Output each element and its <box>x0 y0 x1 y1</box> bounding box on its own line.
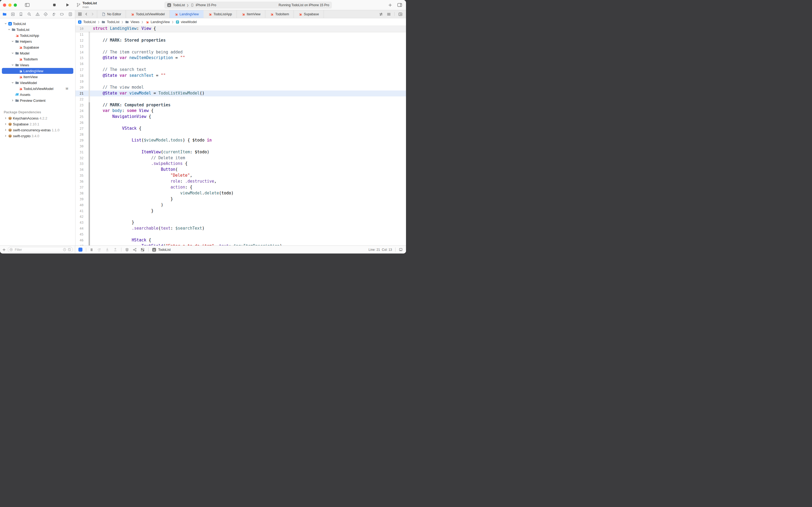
step-out-icon[interactable] <box>113 247 118 252</box>
breakpoint-navigator-icon[interactable] <box>60 12 64 16</box>
step-into-icon[interactable] <box>105 247 110 252</box>
editor-bottom-bar-icon[interactable] <box>399 247 403 251</box>
tab-todolistviewmodel[interactable]: TodoListViewModel <box>126 10 169 18</box>
line-number[interactable]: 25 <box>75 115 83 119</box>
code-line[interactable]: 26 <box>75 120 406 126</box>
forward-icon[interactable] <box>91 12 94 16</box>
code-line[interactable]: 29 List($viewModel.todos) { $todo in <box>75 137 406 144</box>
code-line[interactable]: 19 <box>75 79 406 84</box>
package-item-swift-crypto[interactable]: swift-crypto 3.4.0 <box>0 133 75 139</box>
line-number[interactable]: 29 <box>75 138 83 142</box>
sidebar-item-viewmodel[interactable]: ViewModel <box>0 80 75 86</box>
code-line[interactable]: 22 <box>75 97 406 102</box>
minimize-button[interactable] <box>8 3 11 7</box>
code-line[interactable]: 24 var body: some View { <box>75 108 406 114</box>
tab-itemview[interactable]: ItemView <box>237 10 265 18</box>
sidebar-item-helpers[interactable]: Helpers <box>0 39 75 44</box>
breadcrumb-item[interactable]: PviewModel <box>176 20 197 24</box>
code-line[interactable]: 43 } <box>75 220 406 226</box>
line-number[interactable]: 19 <box>75 80 83 83</box>
code-line[interactable]: 25 NavigationView { <box>75 114 406 120</box>
code-line[interactable]: 13 <box>75 44 406 49</box>
code-line[interactable]: 46 HStack { <box>75 237 406 243</box>
sidebar-item-todolist[interactable]: TodoList <box>0 26 75 33</box>
line-number[interactable]: 20 <box>75 86 83 90</box>
sidebar-item-model[interactable]: Model <box>0 50 75 56</box>
sidebar-item-itemview[interactable]: ItemView <box>0 74 75 80</box>
code-line[interactable]: 32 // Delete item <box>75 155 406 161</box>
line-number[interactable]: 40 <box>75 203 83 207</box>
find-navigator-icon[interactable] <box>27 12 32 16</box>
disclosure-right-icon[interactable] <box>4 129 7 131</box>
line-number[interactable]: 43 <box>75 221 83 225</box>
line-number[interactable]: 23 <box>75 103 83 107</box>
run-button[interactable] <box>65 3 70 7</box>
toggle-right-sidebar-icon[interactable] <box>397 2 402 7</box>
code-line[interactable]: 12 // MARK: Stored properties <box>75 38 406 44</box>
scheme-selector[interactable]: TodoList main <box>76 1 97 8</box>
code-line[interactable]: 40 ) <box>75 202 406 208</box>
code-line[interactable]: 44 .searchable(text: $searchText) <box>75 226 406 231</box>
test-navigator-icon[interactable] <box>44 12 48 16</box>
line-number[interactable]: 21 <box>75 92 83 95</box>
tab-landingview[interactable]: LandingView <box>170 10 204 18</box>
code-line[interactable]: 35 "Delete", <box>75 173 406 179</box>
sidebar-item-todolistapp[interactable]: TodoListApp <box>0 33 75 39</box>
sidebar-item-todolistviewmodel[interactable]: TodoListViewModelM <box>0 86 75 92</box>
disclosure-right-icon[interactable] <box>4 117 7 119</box>
line-number[interactable]: 39 <box>75 198 83 201</box>
add-tab-icon[interactable] <box>388 3 392 7</box>
disclosure-down-icon[interactable] <box>8 28 10 31</box>
adjust-editor-icon[interactable] <box>387 12 391 16</box>
sidebar-item-views[interactable]: Views <box>0 62 75 68</box>
package-item-supabase[interactable]: Supabase 2.10.1 <box>0 121 75 127</box>
line-number[interactable]: 27 <box>75 127 83 130</box>
tab-supabase[interactable]: Supabase <box>294 10 324 18</box>
line-number[interactable]: 18 <box>75 74 83 77</box>
line-number[interactable]: 16 <box>75 62 83 66</box>
zoom-button[interactable] <box>14 3 17 7</box>
line-number[interactable]: 22 <box>75 98 83 101</box>
line-number[interactable]: 41 <box>75 209 83 213</box>
code-line[interactable]: 11 <box>75 32 406 38</box>
back-icon[interactable] <box>84 12 88 16</box>
close-button[interactable] <box>3 3 6 7</box>
line-number[interactable]: 33 <box>75 162 83 166</box>
code-line[interactable]: 10struct LandingView: View { <box>75 26 406 32</box>
line-number[interactable]: 10 <box>75 27 83 31</box>
code-line[interactable]: 27 VStack { <box>75 126 406 131</box>
line-number[interactable]: 38 <box>75 191 83 195</box>
code-line[interactable]: 42 <box>75 214 406 220</box>
project-navigator-icon[interactable] <box>2 12 7 16</box>
line-number[interactable]: 26 <box>75 121 83 125</box>
filter-field[interactable] <box>8 247 73 252</box>
line-number[interactable]: 15 <box>75 56 83 60</box>
code-line[interactable]: 28 <box>75 131 406 137</box>
code-line[interactable]: 37 action: { <box>75 184 406 190</box>
tab-no-editor[interactable]: No Editor <box>97 10 126 18</box>
code-line[interactable]: 21 @State var viewModel = TodoListViewMo… <box>75 91 406 97</box>
line-number[interactable]: 35 <box>75 174 83 177</box>
toggle-left-sidebar-icon[interactable] <box>25 2 30 7</box>
line-number[interactable]: 44 <box>75 227 83 230</box>
line-number[interactable]: 17 <box>75 68 83 72</box>
line-number[interactable]: 32 <box>75 156 83 160</box>
sidebar-item-landingview[interactable]: LandingView <box>0 68 75 74</box>
debug-navigator-icon[interactable] <box>52 12 56 16</box>
sidebar-item-assets[interactable]: Assets <box>0 92 75 98</box>
line-number[interactable]: 24 <box>75 109 83 113</box>
issue-navigator-icon[interactable] <box>36 12 40 16</box>
breadcrumb-item[interactable]: Views <box>125 20 139 24</box>
disclosure-right-icon[interactable] <box>11 99 14 102</box>
add-item-icon[interactable] <box>2 248 6 251</box>
code-line[interactable]: 45 <box>75 231 406 237</box>
disclosure-right-icon[interactable] <box>4 134 7 137</box>
sidebar-item-todolist[interactable]: ATodoList <box>0 21 75 26</box>
package-item-keychainaccess[interactable]: KeychainAccess 4.2.2 <box>0 115 75 121</box>
tab-todoitem[interactable]: TodoItem <box>265 10 294 18</box>
line-number[interactable]: 30 <box>75 145 83 148</box>
source-control-status-icon[interactable] <box>68 248 71 251</box>
line-number[interactable]: 31 <box>75 150 83 154</box>
line-number[interactable]: 13 <box>75 45 83 48</box>
code-line[interactable]: 23 // MARK: Computed properties <box>75 102 406 108</box>
